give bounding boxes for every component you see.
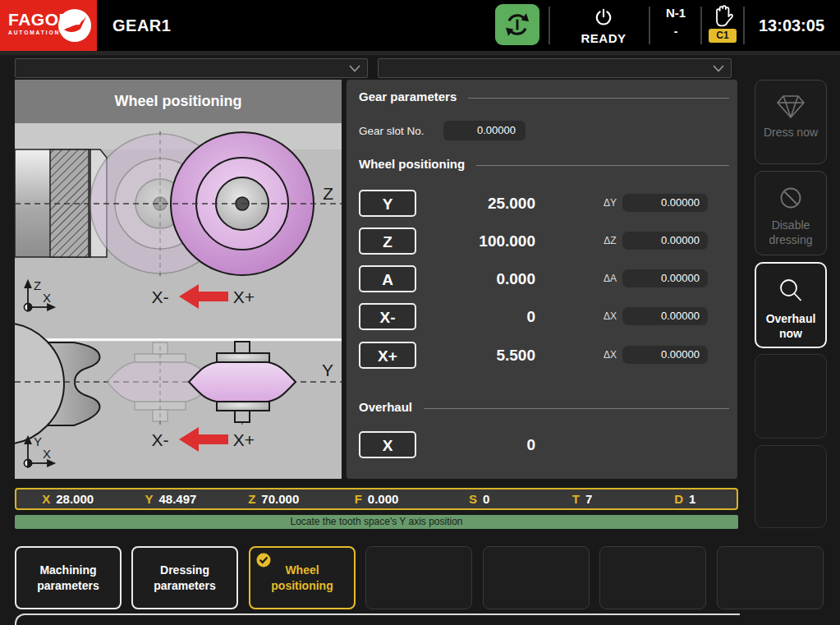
chevron-down-icon <box>349 65 360 72</box>
delta-x-minus-input[interactable]: 0.00000 <box>622 307 708 325</box>
ready-label: READY <box>581 31 626 45</box>
dress-now-button[interactable]: Dress now <box>755 80 827 164</box>
overhaul-heading: Overhaul <box>359 400 729 414</box>
axis-y-value: 25.000 <box>420 190 535 217</box>
jog-mode-indicator: C1 <box>705 3 741 43</box>
cycle-start-button[interactable] <box>495 4 539 45</box>
axis-z-text: Z <box>34 278 41 292</box>
axis-x-minus-button[interactable]: X- <box>359 303 416 330</box>
axis-status-bar: X 28.000 Y 48.497 Z 70.000 F 0.000 S 0 T… <box>15 488 738 510</box>
disable-dressing-button[interactable]: Disable dressing <box>755 171 827 255</box>
delta-y-label: ΔY <box>596 190 624 217</box>
axis-x-plus-button[interactable]: X+ <box>359 342 416 369</box>
axis-x-plus-value: 5.500 <box>420 342 535 369</box>
profile-select-right[interactable] <box>378 58 732 78</box>
sidebar-empty-button-2 <box>755 445 827 528</box>
delta-z-input[interactable]: 0.00000 <box>622 232 708 250</box>
axis-z-button[interactable]: Z <box>359 227 416 255</box>
overhaul-x-value: 0 <box>420 431 535 458</box>
axis-z-value: 100.000 <box>420 227 535 255</box>
header-divider <box>743 7 745 44</box>
hand-icon <box>711 3 734 28</box>
no-entry-icon <box>777 185 805 213</box>
axis-row-y: Y 25.000 ΔY 0.00000 <box>347 190 737 218</box>
logo-swoosh-icon <box>57 7 93 44</box>
magnifier-icon <box>776 277 806 306</box>
tab-empty-1 <box>365 546 472 609</box>
gear-slot-input[interactable]: 0.00000 <box>443 121 526 140</box>
dress-now-label: Dress now <box>764 125 818 140</box>
page-title: GEAR1 <box>112 0 171 51</box>
overhaul-now-button[interactable]: Overhaul now <box>755 262 827 348</box>
gear-slot-label: Gear slot No. <box>359 125 425 137</box>
axis-y-button[interactable]: Y <box>359 190 416 217</box>
delta-x-plus-label: ΔX <box>596 342 624 369</box>
axis-x-minus-value: 0 <box>420 303 535 330</box>
block-counter: N-1 - <box>655 6 696 38</box>
x-minus-label: X- <box>152 287 169 306</box>
ready-status: READY <box>567 4 640 48</box>
diamond-icon <box>774 94 807 120</box>
x-minus-label: X- <box>152 430 169 449</box>
app-window: FAGOR AUTOMATION GEAR1 <box>0 0 840 625</box>
delta-z-label: ΔZ <box>596 227 624 255</box>
header-divider <box>549 7 550 44</box>
header-divider <box>649 7 650 44</box>
axis-y-text: Y <box>34 434 42 448</box>
status-t: T 7 <box>530 492 633 506</box>
status-message-bar: Locate the tooth space's Y axis position <box>15 515 738 529</box>
header-divider <box>700 7 702 44</box>
z-axis-label: Z <box>323 184 333 203</box>
tab-empty-2 <box>483 546 590 609</box>
block-line1: N-1 <box>655 6 696 20</box>
power-icon <box>593 7 614 30</box>
delta-x-plus-input[interactable]: 0.00000 <box>622 346 708 364</box>
overhaul-x-button[interactable]: X <box>359 431 416 458</box>
wheel-positioning-illustration: Wheel positioning <box>15 80 342 479</box>
delta-y-input[interactable]: 0.00000 <box>622 194 708 212</box>
status-f: F 0.000 <box>325 492 428 506</box>
tab-dressing-parameters[interactable]: Dressing parameters <box>131 546 238 609</box>
wheel-diagram: Z X- X+ Z X <box>15 123 342 479</box>
status-x: X 28.000 <box>16 492 119 506</box>
overhaul-row: X 0 <box>347 431 737 459</box>
axis-row-z: Z 100.000 ΔZ 0.00000 <box>347 227 737 255</box>
axis-a-button[interactable]: A <box>359 265 416 292</box>
parameters-panel: Gear parameters Gear slot No. 0.00000 Wh… <box>347 80 737 479</box>
channel-badge: C1 <box>709 29 737 43</box>
delta-a-input[interactable]: 0.00000 <box>622 269 708 287</box>
tab-wheel-positioning[interactable]: Wheel positioning <box>249 546 356 609</box>
sidebar-empty-button-1 <box>755 354 827 439</box>
x-plus-label: X+ <box>233 430 255 449</box>
x-plus-label: X+ <box>233 287 255 306</box>
tab-empty-3 <box>599 546 706 609</box>
gear-parameters-heading: Gear parameters <box>359 90 729 103</box>
overhaul-now-label: Overhaul now <box>756 311 825 341</box>
status-y: Y 48.497 <box>119 492 222 506</box>
disable-dressing-label: Disable dressing <box>755 218 826 247</box>
block-line2: - <box>655 25 696 38</box>
delta-x-minus-label: ΔX <box>596 303 624 330</box>
tab-empty-4 <box>717 546 824 609</box>
axis-x-text: X <box>43 447 51 461</box>
cycle-arrows-icon <box>501 8 534 41</box>
profile-select-left[interactable] <box>15 58 368 78</box>
illustration-title: Wheel positioning <box>15 80 342 123</box>
check-badge-icon <box>256 553 271 568</box>
axis-row-x-minus: X- 0 ΔX 0.00000 <box>347 303 737 331</box>
status-z: Z 70.000 <box>223 492 325 506</box>
axis-row-a: A 0.000 ΔA 0.00000 <box>347 265 737 293</box>
axis-x-text: X <box>43 291 51 305</box>
y-axis-label: Y <box>322 361 333 379</box>
delta-a-label: ΔA <box>596 265 624 292</box>
axis-a-value: 0.000 <box>420 265 535 292</box>
hidden-panel-edge <box>15 614 740 625</box>
tab-machining-parameters[interactable]: Machining parameters <box>15 546 122 609</box>
status-d: D 1 <box>634 492 737 506</box>
axis-row-x-plus: X+ 5.500 ΔX 0.00000 <box>347 342 737 370</box>
status-s: S 0 <box>428 492 530 506</box>
wheel-positioning-heading: Wheel positioning <box>359 157 729 171</box>
header-strip <box>0 51 840 55</box>
chevron-down-icon <box>713 65 724 72</box>
header-bar: FAGOR AUTOMATION GEAR1 <box>0 0 840 51</box>
